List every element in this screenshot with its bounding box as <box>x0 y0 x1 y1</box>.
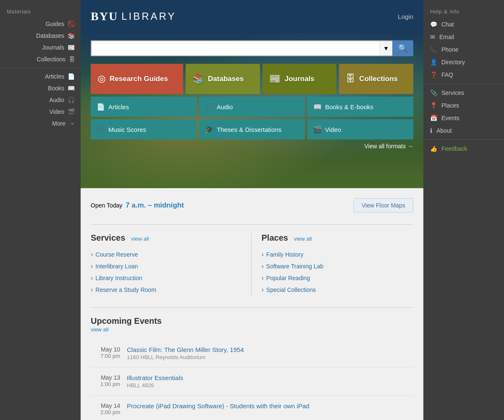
view-all-formats-link[interactable]: View all formats → <box>91 143 413 150</box>
tile-collections[interactable]: 🗄 Collections <box>339 64 413 94</box>
events-label: Events <box>441 115 459 121</box>
right-sidebar: Help & Info 💬 Chat ✉ Email 📞 Phone 👤 Dir… <box>423 0 504 420</box>
video-tile-icon: 🎬 <box>313 126 322 134</box>
sidebar-item-feedback[interactable]: 👍 Feedback <box>423 142 504 155</box>
event-details-1: Classic Film: The Glenn Miller Story, 19… <box>127 346 244 360</box>
sidebar-item-guides[interactable]: Guides 🚫 <box>0 18 81 30</box>
tile-research-guides[interactable]: ◎ Research Guides <box>91 64 183 94</box>
collections-tile-icon: 🗄 <box>346 74 355 84</box>
event-row: May 13 1:00 pm Illustrator Essentials HB… <box>91 368 413 396</box>
list-item: Software Training Lab <box>262 260 414 272</box>
logo-library: LIBRARY <box>121 10 176 22</box>
tile-databases[interactable]: 📚 Databases <box>186 64 260 94</box>
journals-icon: 📰 <box>68 44 75 51</box>
sidebar-item-audio[interactable]: Audio 🎧 <box>0 94 81 106</box>
place-family-history[interactable]: Family History <box>266 251 304 258</box>
search-input[interactable] <box>91 40 379 56</box>
event-location-2: HBLL 4826 <box>127 382 183 388</box>
view-all-arrow: → <box>407 143 413 150</box>
sidebar-item-databases[interactable]: Databases 📚 <box>0 30 81 42</box>
view-floor-maps-button[interactable]: View Floor Maps <box>354 198 413 213</box>
event-monthday-3: May 14 <box>91 402 120 409</box>
tile-audio[interactable]: 🎵 Audio <box>199 97 305 117</box>
event-title-2[interactable]: Illustrator Essentials <box>127 374 183 381</box>
materials-label: Materials <box>0 4 81 18</box>
books-icon: 📖 <box>68 85 75 92</box>
faq-icon: ❓ <box>430 71 437 78</box>
phone-icon: 📞 <box>430 46 437 53</box>
sidebar-item-directory[interactable]: 👤 Directory <box>423 56 504 68</box>
places-view-all[interactable]: view all <box>294 236 312 242</box>
about-icon: ℹ <box>430 127 432 134</box>
search-submit-button[interactable]: 🔍 <box>392 40 413 56</box>
sidebar-item-chat[interactable]: 💬 Chat <box>423 18 504 31</box>
place-popular-reading[interactable]: Popular Reading <box>266 275 310 281</box>
tile-databases-label: Databases <box>208 75 244 83</box>
more-icon: → <box>69 120 75 127</box>
events-icon: 📅 <box>430 115 437 121</box>
sidebar-item-more[interactable]: More → <box>0 118 81 129</box>
hero-section: ▼ 🔍 ◎ Research Guides 📚 Databases <box>81 33 423 188</box>
search-bar: ▼ 🔍 <box>91 40 413 56</box>
hours-value: 7 a.m. – midnight <box>126 201 184 209</box>
service-library-instruction[interactable]: Library Instruction <box>95 275 142 281</box>
right-sidebar-divider <box>423 84 504 84</box>
feedback-label: Feedback <box>441 145 467 152</box>
search-dropdown-button[interactable]: ▼ <box>379 40 392 56</box>
tile-video[interactable]: 🎬 Video <box>307 119 413 139</box>
sidebar-item-places[interactable]: 📍 Places <box>423 99 504 112</box>
tile-journals[interactable]: 📰 Journals <box>262 64 337 94</box>
help-info-label: Help & Info <box>423 5 504 18</box>
sidebar-item-journals[interactable]: Journals 📰 <box>0 42 81 53</box>
sidebar-item-about[interactable]: ℹ About <box>423 124 504 137</box>
tile-theses[interactable]: 🎓 Theses & Dissertations <box>199 119 305 139</box>
right-sidebar-divider-2 <box>423 139 504 140</box>
sidebar-item-collections[interactable]: Collections 🗄 <box>0 53 81 65</box>
event-time-1: 7:00 pm <box>91 353 120 359</box>
events-view-all[interactable]: view all <box>91 326 109 333</box>
hero-content: ▼ 🔍 ◎ Research Guides 📚 Databases <box>81 33 423 158</box>
databases-icon: 📚 <box>68 32 75 39</box>
services-view-all[interactable]: view all <box>131 236 149 242</box>
tile-music-scores[interactable]: 🎼 Music Scores <box>91 119 197 139</box>
sidebar-item-events[interactable]: 📅 Events <box>423 112 504 124</box>
journals-tile-icon: 📰 <box>269 74 281 84</box>
email-icon: ✉ <box>430 34 435 40</box>
event-row: May 14 2:00 pm Procreate (iPad Drawing S… <box>91 396 413 420</box>
list-item: Library Instruction <box>91 272 243 284</box>
tile-books-ebooks[interactable]: 📖 Books & E-books <box>307 97 413 117</box>
tile-audio-label: Audio <box>217 103 233 110</box>
left-sidebar: Materials Guides 🚫 Databases 📚 Journals … <box>0 0 81 420</box>
list-item: Special Collections <box>262 284 414 296</box>
place-special-collections[interactable]: Special Collections <box>266 286 316 293</box>
tile-theses-label: Theses & Dissertations <box>217 126 281 133</box>
service-study-room[interactable]: Reserve a Study Room <box>95 286 156 293</box>
sidebar-collections-label: Collections <box>37 56 66 63</box>
places-list: Family History Software Training Lab Pop… <box>262 249 414 296</box>
sidebar-more-label: More <box>52 120 66 127</box>
sidebar-item-phone[interactable]: 📞 Phone <box>423 43 504 56</box>
sidebar-item-faq[interactable]: ❓ FAQ <box>423 68 504 81</box>
content-area: Open Today 7 a.m. – midnight View Floor … <box>81 188 423 420</box>
list-item: Interlibrary Loan <box>91 260 243 272</box>
sidebar-item-services[interactable]: 📎 Services <box>423 87 504 99</box>
sidebar-item-books[interactable]: Books 📖 <box>0 82 81 94</box>
places-heading: Places <box>262 233 288 242</box>
sidebar-item-video[interactable]: Video 🎬 <box>0 106 81 118</box>
service-interlibrary-loan[interactable]: Interlibrary Loan <box>95 263 138 270</box>
format-row-secondary-1: 📄 Articles 🎵 Audio 📖 Books & E-books <box>91 97 413 117</box>
event-title-1[interactable]: Classic Film: The Glenn Miller Story, 19… <box>127 346 244 353</box>
tile-articles[interactable]: 📄 Articles <box>91 97 197 117</box>
login-button[interactable]: Login <box>398 13 413 20</box>
sidebar-item-articles[interactable]: Articles 📄 <box>0 71 81 82</box>
events-heading: Upcoming Events <box>91 316 162 326</box>
service-course-reserve[interactable]: Course Reserve <box>95 251 138 258</box>
places-column: Places view all Family History Software … <box>252 233 414 296</box>
services-heading: Services <box>91 233 125 242</box>
sidebar-divider-1 <box>0 68 81 68</box>
event-title-3[interactable]: Procreate (iPad Drawing Software) - Stud… <box>127 402 309 410</box>
main-center: BYU LIBRARY Login ▼ 🔍 ◎ Research Guide <box>81 0 423 420</box>
place-software-training[interactable]: Software Training Lab <box>266 263 323 270</box>
places-icon: 📍 <box>430 102 437 109</box>
sidebar-item-email[interactable]: ✉ Email <box>423 31 504 43</box>
